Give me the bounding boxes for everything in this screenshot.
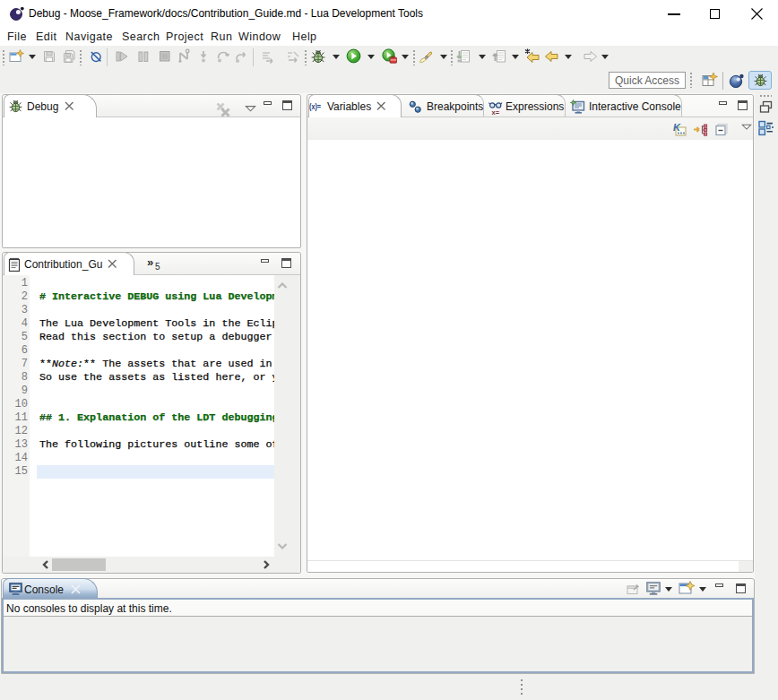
svg-text:K: K: [673, 122, 681, 133]
svg-text:x=: x=: [492, 108, 500, 116]
